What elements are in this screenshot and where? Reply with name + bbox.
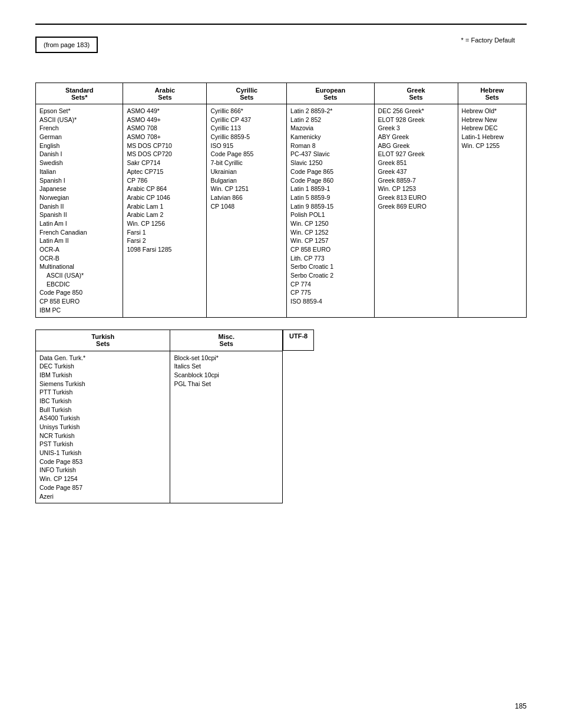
arabic-sets-body: ASMO 449* ASMO 449+ ASMO 708 ASMO 708+ M…	[123, 104, 206, 256]
from-page-label: (from page 183)	[44, 41, 90, 48]
utf8-label: UTF-8	[289, 332, 308, 340]
european-sets-column: European Sets Latin 2 8859-2* Latin 2 85…	[287, 83, 374, 317]
standard-sets-header: Standard Sets*	[36, 83, 123, 104]
hebrew-sets-column: Hebrew Sets Hebrew Old* Hebrew New Hebre…	[458, 83, 526, 317]
bottom-section: Turkish Sets Data Gen. Turk.* DEC Turkis…	[35, 330, 527, 504]
page-container: (from page 183) * = Factory Default Stan…	[0, 0, 562, 728]
cyrillic-sets-header: Cyrillic Sets	[207, 83, 286, 104]
bottom-table: Turkish Sets Data Gen. Turk.* DEC Turkis…	[35, 330, 283, 504]
factory-default-label: * = Factory Default	[461, 37, 527, 44]
from-page-area: (from page 183)	[35, 37, 98, 65]
arabic-sets-header: Arabic Sets	[123, 83, 206, 104]
european-sets-header: European Sets	[287, 83, 373, 104]
misc-sets-header: Misc. Sets	[170, 330, 282, 351]
top-rule	[35, 24, 527, 25]
standard-sets-column: Standard Sets* Epson Set* ASCII (USA)* F…	[36, 83, 123, 317]
greek-sets-column: Greek Sets DEC 256 Greek* ELOT 928 Greek…	[375, 83, 458, 317]
turkish-sets-column: Turkish Sets Data Gen. Turk.* DEC Turkis…	[36, 330, 170, 503]
page-number: 185	[515, 702, 527, 710]
greek-sets-body: DEC 256 Greek* ELOT 928 Greek Greek 3 AB…	[375, 104, 458, 213]
european-sets-body: Latin 2 8859-2* Latin 2 852 Mazovia Kame…	[287, 104, 373, 308]
arabic-sets-column: Arabic Sets ASMO 449* ASMO 449+ ASMO 708…	[123, 83, 207, 317]
turkish-sets-body: Data Gen. Turk.* DEC Turkish IBM Turkish…	[36, 351, 170, 503]
greek-sets-header: Greek Sets	[375, 83, 458, 104]
standard-sets-body: Epson Set* ASCII (USA)* French German En…	[36, 104, 123, 317]
hebrew-sets-body: Hebrew Old* Hebrew New Hebrew DEC Latin-…	[458, 104, 526, 152]
misc-sets-column: Misc. Sets Block-set 10cpi* Italics Set …	[170, 330, 282, 503]
main-table: Standard Sets* Epson Set* ASCII (USA)* F…	[35, 83, 527, 318]
from-page-box: (from page 183)	[35, 37, 98, 53]
misc-sets-body: Block-set 10cpi* Italics Set Scanblock 1…	[170, 351, 282, 391]
utf8-box: UTF-8	[283, 330, 314, 351]
hebrew-sets-header: Hebrew Sets	[458, 83, 526, 104]
cyrillic-sets-body: Cyrillic 866* Cyrillic CP 437 Cyrillic 1…	[207, 104, 286, 213]
turkish-sets-header: Turkish Sets	[36, 330, 170, 351]
cyrillic-sets-column: Cyrillic Sets Cyrillic 866* Cyrillic CP …	[207, 83, 287, 317]
